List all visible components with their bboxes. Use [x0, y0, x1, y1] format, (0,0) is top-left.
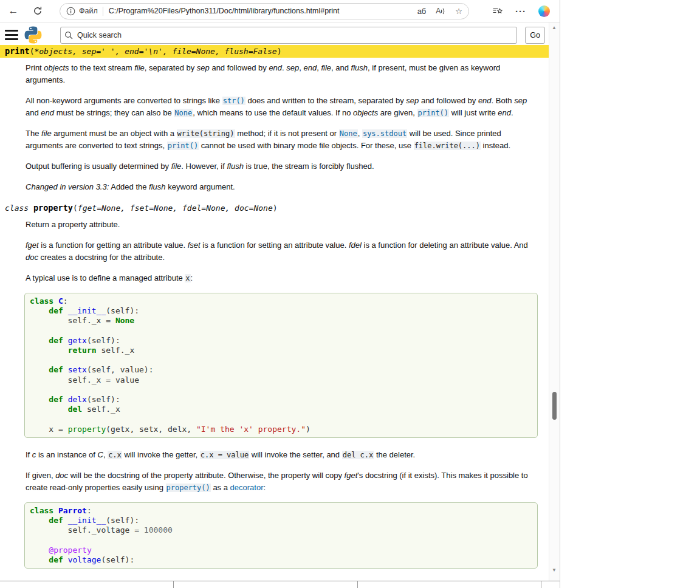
text-run: , separated by	[145, 63, 197, 72]
text-run: end	[304, 63, 317, 72]
text-run: ,	[299, 63, 303, 72]
text-run: does and written to the stream, separate…	[245, 96, 406, 105]
browser-window: ← Файл C:/Program%20Files/Python311/Doc/…	[0, 0, 560, 588]
text-run: del c.x	[342, 451, 374, 459]
paragraph: If c is an instance of C, c.x will invok…	[26, 449, 537, 461]
text-run: creates a docstring for the attribute.	[38, 253, 165, 262]
code-block: class Parrot: def __init__(self): self._…	[24, 502, 538, 569]
paragraph: Output buffering is usually determined b…	[26, 160, 537, 173]
text-run: ,	[358, 129, 362, 138]
doc-link[interactable]: property()	[166, 484, 211, 492]
translate-icon[interactable]: аб	[417, 7, 427, 16]
text-run: x	[185, 274, 190, 282]
code-block: class C: def __init__(self): self._x = N…	[24, 293, 538, 438]
text-run: doc	[26, 253, 38, 262]
more-icon[interactable]: ···	[515, 6, 526, 16]
paragraph: The file argument must be an object with…	[26, 128, 537, 152]
back-button[interactable]: ←	[5, 2, 22, 19]
doc-link[interactable]: print()	[417, 109, 450, 117]
text-run: , which means to use the default values.…	[193, 108, 353, 117]
text-run: objects	[353, 108, 378, 117]
scroll-down-icon[interactable]: ▼	[549, 567, 559, 573]
read-aloud-letter: A	[436, 7, 441, 15]
text-run: the deleter.	[374, 450, 415, 459]
doc-link[interactable]: str()	[222, 97, 245, 105]
bottom-tick	[541, 581, 541, 588]
paragraph: If given, doc will be the docstring of t…	[26, 470, 537, 494]
bottom-tick	[173, 581, 174, 588]
doc-link[interactable]: sys.stdout	[362, 129, 407, 138]
text-run: file	[321, 63, 331, 72]
text-run: is a function for getting an attribute v…	[39, 241, 188, 250]
signature-print: print(*objects, sep=' ', end='\n', file=…	[0, 45, 549, 58]
text-run: Added the	[109, 182, 149, 191]
text-run: instead.	[481, 141, 510, 150]
text-run: file	[41, 129, 52, 138]
paragraph: Print objects to the text stream file, s…	[26, 62, 537, 86]
text-run: will be the docstring of the property at…	[68, 471, 345, 480]
text-run: fdel	[349, 241, 362, 250]
search-icon	[64, 31, 73, 39]
copilot-icon[interactable]	[538, 5, 550, 17]
text-run: All non-keyword arguments are converted …	[26, 96, 222, 105]
scrollbar-thumb[interactable]	[552, 392, 557, 420]
bottom-tick	[357, 581, 358, 588]
text-run: will invoke the setter, and	[249, 450, 341, 459]
sound-waves-icon	[441, 7, 445, 15]
text-run: to the text stream	[69, 63, 135, 72]
text-run: A typical use is to define a managed att…	[26, 273, 185, 282]
signature-property: class property(fget=None, fset=None, fde…	[0, 202, 549, 214]
doc-link[interactable]: None	[174, 109, 193, 117]
text-run: end	[41, 108, 54, 117]
text-run: Print	[26, 63, 44, 72]
text-run: write(string)	[177, 129, 235, 138]
text-run: file	[171, 162, 182, 171]
search-input[interactable]	[76, 30, 513, 40]
text-run: is a function for deleting an attribute …	[362, 241, 528, 250]
text-run: end	[478, 96, 492, 105]
doc-link[interactable]: decorator	[230, 483, 264, 492]
scrollbar[interactable]: ▲ ▼	[549, 22, 559, 581]
menu-icon[interactable]	[5, 30, 18, 40]
text-run: end	[498, 108, 511, 117]
paragraph: A typical use is to define a managed att…	[26, 272, 537, 284]
collections-icon[interactable]	[492, 6, 503, 16]
text-run: method; if it is not present or	[235, 129, 339, 138]
text-run: flush	[149, 182, 165, 191]
text-run: fget	[26, 241, 39, 250]
text-run: If given,	[26, 471, 55, 480]
paragraph: fget is a function for getting an attrib…	[26, 239, 537, 264]
text-run: , and	[331, 63, 351, 72]
paragraph: Return a property attribute.	[26, 219, 537, 231]
search-box	[60, 27, 517, 44]
text-run: c.x	[108, 451, 122, 459]
text-run: sep	[514, 96, 527, 105]
browser-toolbar: ← Файл C:/Program%20Files/Python311/Doc/…	[0, 0, 560, 22]
favorite-star-icon[interactable]: ☆	[455, 7, 462, 16]
python-logo[interactable]	[24, 26, 42, 44]
text-run: is an instance of	[36, 450, 97, 459]
doc-link[interactable]: None	[339, 129, 358, 138]
text-run: The	[26, 129, 41, 138]
page-content: Go print(*objects, sep=' ', end='\n', fi…	[0, 22, 549, 581]
toolbar-right-icons: ···	[492, 5, 560, 17]
address-separator	[103, 7, 103, 16]
read-aloud-icon[interactable]: A	[436, 7, 445, 15]
refresh-button[interactable]	[29, 2, 46, 19]
url-text[interactable]: C:/Program%20Files/Python311/Doc/html/li…	[109, 7, 411, 15]
scroll-up-icon[interactable]: ▲	[549, 25, 559, 30]
text-run: Changed in version 3.3:	[26, 182, 109, 191]
text-run: must be strings; they can also be	[54, 108, 174, 117]
doc-link[interactable]: print()	[167, 142, 199, 150]
info-icon[interactable]	[66, 7, 75, 16]
text-run: . Both	[492, 96, 515, 105]
file-badge[interactable]: Файл	[79, 7, 98, 15]
address-bar[interactable]: Файл C:/Program%20Files/Python311/Doc/ht…	[60, 3, 469, 19]
text-run: objects	[44, 63, 69, 72]
text-run: and	[26, 108, 41, 117]
text-run: argument must be an object with a	[52, 129, 177, 138]
go-button[interactable]: Go	[525, 27, 545, 44]
text-run: c.x = value	[200, 451, 249, 459]
text-run: is a function for setting an attribute v…	[201, 241, 349, 250]
text-run: :	[263, 483, 266, 492]
